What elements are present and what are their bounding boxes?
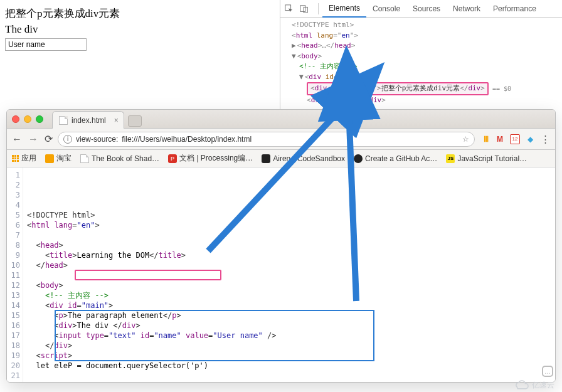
browser-window: index.html × ← → ⟳ i view-source:file://…: [6, 109, 556, 383]
traffic-lights: [12, 115, 43, 123]
yisu-watermark: 亿速云: [513, 379, 554, 391]
omnibox[interactable]: i view-source:file:///Users/weihua/Deskt…: [58, 132, 475, 147]
bookmark-github[interactable]: Create a GitHub Ac…: [354, 154, 437, 163]
github-icon: [354, 154, 363, 163]
page-preview: 把整个p元素换成div元素 The div: [5, 6, 275, 51]
bookmark-js[interactable]: JSJavaScript Tutorial…: [446, 154, 527, 163]
bookmark-codesandbox[interactable]: Airen - CodeSandbox: [262, 154, 345, 163]
svg-rect-1: [300, 5, 305, 11]
js-icon: JS: [446, 154, 455, 163]
tab-close-icon[interactable]: ×: [114, 116, 119, 125]
bookmark-star-icon[interactable]: ☆: [462, 135, 469, 144]
site-info-icon[interactable]: i: [63, 135, 72, 144]
bookmark-processing[interactable]: P文档 | Processing编…: [168, 153, 253, 164]
tab-elements[interactable]: Elements: [322, 0, 366, 18]
devtools-selected-node[interactable]: <div class="new">把整个p元素换成div元素</div> == …: [284, 82, 558, 95]
titlebar: index.html ×: [7, 110, 555, 129]
preview-name-input[interactable]: [5, 38, 87, 51]
inspect-icon[interactable]: [284, 4, 294, 14]
omnibox-scheme: view-source:: [76, 135, 118, 144]
minimize-icon[interactable]: [24, 115, 31, 123]
top-split: 把整个p元素换成div元素 The div Elements Console S…: [0, 0, 562, 109]
tab-sources[interactable]: Sources: [406, 1, 447, 17]
source-code[interactable]: <!DOCTYPE html><html lang="en"> <head> <…: [23, 167, 555, 382]
zoom-icon[interactable]: [36, 115, 43, 123]
forward-button[interactable]: →: [28, 134, 38, 145]
menu-icon[interactable]: ⋮: [540, 134, 550, 144]
devtools-dom-tree[interactable]: <!DOCTYPE html> <html lang="en"> ▶<head>…: [280, 18, 562, 108]
ext-icon-1[interactable]: Ⅲ: [480, 134, 490, 144]
devtools-panel: Elements Console Sources Network Perform…: [280, 0, 562, 109]
selection-badge: == $0: [492, 84, 511, 93]
omnibox-url: file:///Users/weihua/Desktop/index.html: [122, 135, 252, 144]
preview-line1: 把整个p元素换成div元素: [5, 6, 275, 21]
address-bar: ← → ⟳ i view-source:file:///Users/weihua…: [7, 129, 555, 150]
device-icon[interactable]: [299, 4, 309, 14]
wechat-watermark: …: [542, 366, 553, 377]
back-button[interactable]: ←: [12, 134, 22, 145]
wechat-icon: …: [542, 366, 553, 377]
ext-icon-4[interactable]: ◆: [525, 134, 535, 144]
tab-network[interactable]: Network: [447, 1, 487, 17]
new-tab-button[interactable]: [128, 115, 142, 127]
tab-index-html[interactable]: index.html ×: [52, 111, 124, 129]
tab-console[interactable]: Console: [366, 1, 406, 17]
file-icon: [59, 116, 68, 125]
gmail-icon[interactable]: M: [495, 134, 505, 144]
devtools-tabbar: Elements Console Sources Network Perform…: [280, 0, 562, 18]
view-source-pane: 12345678910111213141516171819202122 <!DO…: [7, 167, 555, 382]
apps-button[interactable]: 应用: [12, 153, 36, 164]
preview-line2: The div: [5, 23, 275, 36]
file-icon: [80, 154, 89, 163]
apps-icon: [12, 155, 19, 162]
extension-icons: Ⅲ M 12 ◆ ⋮: [480, 134, 550, 144]
tab-performance[interactable]: Performance: [487, 1, 543, 17]
bookmark-shaders[interactable]: The Book of Shad…: [80, 154, 159, 163]
tab-title: index.html: [72, 116, 106, 125]
taobao-icon: [45, 154, 54, 163]
bookmark-taobao[interactable]: 淘宝: [45, 153, 72, 164]
calendar-icon[interactable]: 12: [510, 134, 520, 144]
bookmarks-bar: 应用 淘宝 The Book of Shad… P文档 | Processing…: [7, 150, 555, 167]
codesandbox-icon: [262, 154, 270, 163]
reload-button[interactable]: ⟳: [45, 133, 53, 145]
line-gutter: 12345678910111213141516171819202122: [7, 167, 23, 382]
close-icon[interactable]: [12, 115, 19, 123]
processing-icon: P: [168, 154, 177, 163]
